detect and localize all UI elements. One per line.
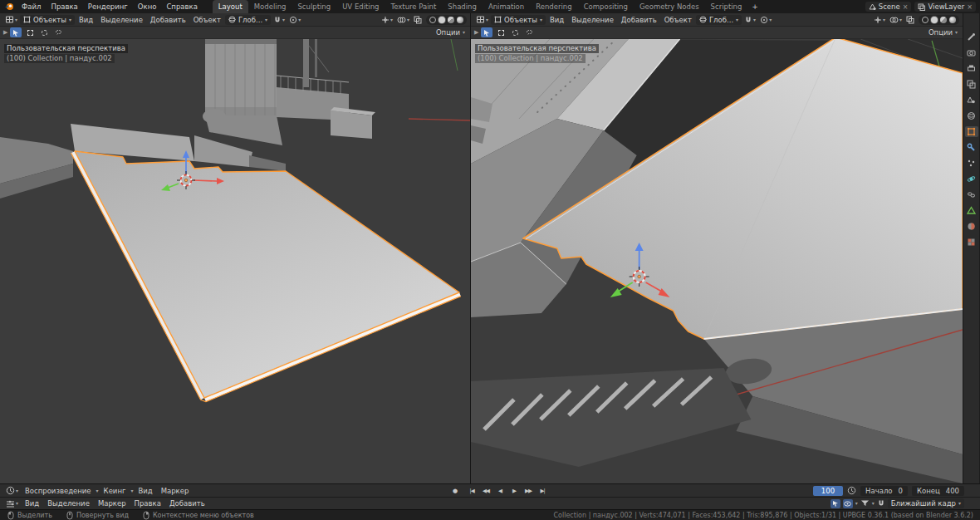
workspace-tab-layout[interactable]: Layout	[213, 0, 248, 13]
toolbar-expand-icon[interactable]: ▶	[3, 29, 7, 36]
show-hidden-toggle-icon[interactable]	[843, 499, 853, 508]
proportional-edit-icon[interactable]: ▾	[758, 14, 773, 26]
toolbar-expand-icon[interactable]: ▶	[474, 29, 478, 36]
snap-mode-selector[interactable]: Ближайший кадр▾	[888, 498, 964, 508]
workspace-tab-modeling[interactable]: Modeling	[248, 0, 292, 13]
menu-window[interactable]: Окно	[133, 0, 162, 13]
render-tab-icon[interactable]	[965, 47, 978, 58]
tool-select-lasso-icon[interactable]	[52, 27, 64, 37]
next-keyframe-button[interactable]: ▶▶	[522, 487, 535, 495]
menu-render[interactable]: Рендеринг	[83, 0, 133, 13]
workspace-tab-scripting[interactable]: Scripting	[705, 0, 748, 13]
menu-object[interactable]: Объект	[661, 16, 695, 24]
current-frame-field[interactable]: 100	[813, 486, 843, 496]
material-tab-icon[interactable]	[965, 221, 978, 232]
unlink-scene-icon[interactable]: ×	[903, 3, 909, 11]
menu-object[interactable]: Объект	[190, 16, 224, 24]
dopesheet-editor-type-button[interactable]: ▾	[4, 498, 20, 509]
viewlayer-selector[interactable]: ViewLayer ×	[914, 2, 976, 12]
snap-magnet-icon[interactable]: ▾	[272, 14, 287, 26]
prev-keyframe-button[interactable]: ◀◀	[479, 487, 492, 495]
menu-view[interactable]: Вид	[76, 16, 96, 24]
overlays-toggle-icon[interactable]: ▾	[395, 14, 411, 26]
tool-select-lasso-icon[interactable]	[523, 27, 535, 37]
start-frame-field[interactable]: Начало0	[860, 486, 908, 496]
menu-playback[interactable]: Воспроизведение	[22, 487, 95, 495]
xray-toggle-icon[interactable]	[412, 14, 424, 26]
tool-tab-icon[interactable]	[965, 32, 978, 42]
object-data-tab-icon[interactable]	[965, 205, 978, 216]
object-tab-icon[interactable]	[965, 126, 978, 137]
shading-solid-icon[interactable]	[930, 16, 938, 24]
tool-tweak-icon[interactable]	[10, 27, 22, 37]
tool-select-box-icon[interactable]	[24, 27, 36, 37]
tool-select-box-icon[interactable]	[495, 27, 507, 37]
add-workspace-button[interactable]: +	[747, 0, 762, 13]
workspace-tab-geometry-nodes[interactable]: Geometry Nodes	[634, 0, 705, 13]
workspace-tab-sculpting[interactable]: Sculpting	[292, 0, 336, 13]
filter-funnel-icon[interactable]	[860, 499, 870, 508]
snap-magnet-icon[interactable]: ▾	[742, 14, 757, 26]
clock-icon[interactable]	[847, 486, 856, 495]
menu-file[interactable]: Файл	[17, 0, 46, 13]
shading-material-icon[interactable]	[939, 16, 948, 24]
timeline-editor-type-button[interactable]: ▾	[4, 485, 20, 497]
workspace-tab-compositing[interactable]: Compositing	[578, 0, 634, 13]
end-frame-field[interactable]: Конец400	[912, 486, 964, 496]
overlays-toggle-icon[interactable]: ▾	[888, 14, 904, 26]
editor-type-button[interactable]: ▾	[474, 14, 490, 26]
view-layer-tab-icon[interactable]	[965, 79, 978, 90]
menu-marker[interactable]: Маркер	[158, 487, 193, 495]
blender-logo-icon[interactable]	[3, 2, 15, 12]
workspace-tab-shading[interactable]: Shading	[442, 0, 483, 13]
play-reverse-button[interactable]: ◀	[493, 487, 507, 495]
world-tab-icon[interactable]	[965, 110, 978, 121]
snap-magnet-icon[interactable]	[877, 499, 885, 508]
mode-selector[interactable]: Объекты▾	[20, 15, 75, 25]
modifiers-tab-icon[interactable]	[965, 142, 978, 153]
unlink-viewlayer-icon[interactable]: ×	[967, 3, 973, 11]
proportional-edit-icon[interactable]: ▾	[287, 14, 302, 26]
gizmo-toggle-icon[interactable]: ▾	[380, 14, 394, 26]
shading-material-icon[interactable]	[447, 16, 455, 24]
only-selected-toggle-icon[interactable]	[831, 499, 840, 508]
scene-tab-icon[interactable]	[965, 95, 978, 105]
menu-keying[interactable]: Кеинг	[100, 487, 130, 495]
menu-marker[interactable]: Маркер	[95, 499, 130, 508]
menu-help[interactable]: Справка	[161, 0, 202, 13]
gizmo-toggle-icon[interactable]: ▾	[872, 14, 887, 26]
auto-keying-icon[interactable]: ●	[453, 488, 458, 494]
scene-selector[interactable]: Scene ×	[865, 2, 912, 12]
menu-select[interactable]: Выделение	[97, 16, 146, 24]
particles-tab-icon[interactable]	[965, 158, 978, 169]
workspace-tab-rendering[interactable]: Rendering	[530, 0, 577, 13]
menu-edit[interactable]: Правка	[131, 499, 164, 508]
menu-add[interactable]: Добавить	[147, 16, 189, 24]
menu-add[interactable]: Добавить	[166, 499, 208, 508]
options-dropdown[interactable]: Опции▾	[436, 28, 467, 37]
workspace-tab-uv-editing[interactable]: UV Editing	[336, 0, 385, 13]
texture-tab-icon[interactable]	[965, 237, 978, 248]
menu-add[interactable]: Добавить	[618, 16, 660, 24]
viewport-canvas-left[interactable]: Пользовательская перспектива (100) Colle…	[0, 39, 470, 483]
physics-tab-icon[interactable]	[965, 174, 978, 184]
xray-toggle-icon[interactable]	[904, 14, 916, 26]
jump-to-end-button[interactable]: ▶|	[536, 487, 549, 495]
output-tab-icon[interactable]	[965, 63, 978, 74]
mode-selector[interactable]: Объекты▾	[491, 15, 546, 25]
workspace-tab-texture-paint[interactable]: Texture Paint	[385, 0, 442, 13]
orientation-selector[interactable]: Глоб...▾	[696, 15, 742, 25]
constraints-tab-icon[interactable]	[965, 189, 978, 200]
shading-wireframe-icon[interactable]	[429, 16, 437, 24]
shading-rendered-icon[interactable]	[456, 16, 464, 24]
workspace-tab-animation[interactable]: Animation	[483, 0, 530, 13]
menu-select[interactable]: Выделение	[44, 499, 93, 508]
shading-rendered-icon[interactable]	[948, 16, 957, 24]
jump-to-start-button[interactable]: |◀	[465, 487, 478, 495]
tool-tweak-icon[interactable]	[481, 27, 492, 37]
menu-select[interactable]: Выделение	[568, 16, 617, 24]
options-dropdown[interactable]: Опции▾	[929, 28, 959, 37]
menu-edit[interactable]: Правка	[46, 0, 82, 13]
menu-view[interactable]: Вид	[546, 16, 567, 24]
menu-view[interactable]: Вид	[22, 499, 42, 508]
